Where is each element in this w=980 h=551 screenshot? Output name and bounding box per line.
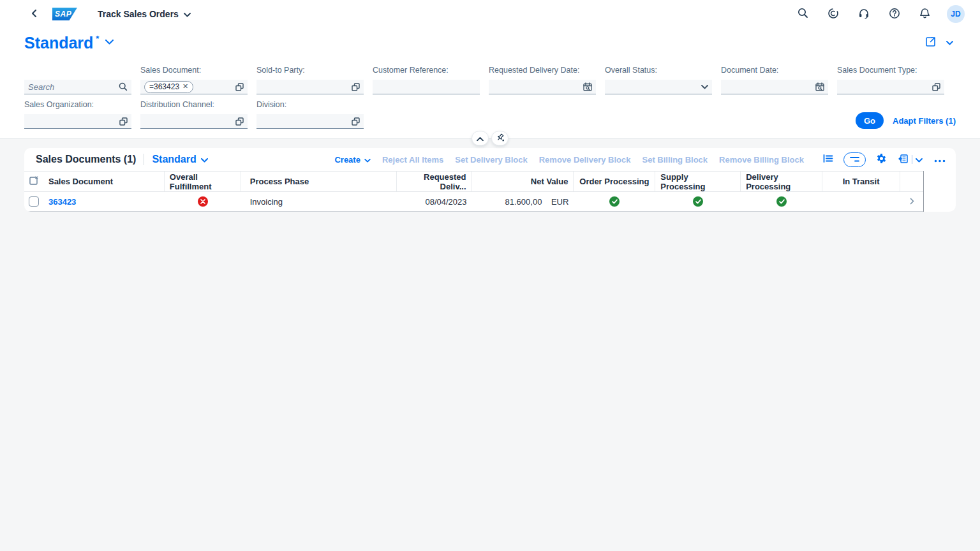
value-help-icon[interactable] (119, 117, 128, 126)
chevron-down-icon (105, 34, 114, 47)
column-header-supply-processing[interactable]: Supply Processing (655, 172, 741, 191)
headset-icon (858, 8, 870, 21)
field-label: Document Date: (721, 66, 828, 77)
adapt-filters-button[interactable]: Adapt Filters (1) (893, 116, 956, 126)
success-status-icon (693, 196, 703, 207)
filter-token[interactable]: =363423 ✕ (144, 81, 193, 93)
search-icon (798, 8, 808, 20)
remove-billing-block-button[interactable]: Remove Billing Block (719, 155, 804, 165)
sales-organization-input[interactable] (24, 114, 131, 129)
filter-field-sold-to-party: Sold-to Party: (256, 66, 364, 94)
user-avatar[interactable]: JD (947, 5, 965, 23)
value-help-icon[interactable] (235, 117, 244, 126)
requested-delivery-cell: 08/04/2023 (397, 192, 472, 211)
column-header-process-phase[interactable]: Process Phase (241, 172, 397, 191)
requested-delivery-date-input[interactable] (489, 80, 596, 94)
clear-selection-button[interactable] (29, 176, 38, 187)
remove-delivery-block-button[interactable]: Remove Delivery Block (539, 155, 631, 165)
column-header-requested-delivery[interactable]: Requested Deliv... (397, 172, 472, 191)
column-header-delivery-processing[interactable]: Delivery Processing (741, 172, 822, 191)
sales-document-input[interactable]: =363423 ✕ (140, 80, 248, 94)
process-phase-cell: Invoicing (241, 192, 397, 211)
document-date-input[interactable] (721, 80, 828, 94)
date-picker-icon[interactable] (583, 82, 592, 91)
value-help-icon[interactable] (932, 83, 940, 91)
hide-details-button[interactable] (843, 152, 866, 167)
pin-header-button[interactable] (491, 131, 509, 145)
filter-field-sales-document-type: Sales Document Type: (837, 66, 944, 94)
table-variant-management[interactable]: Standard (152, 154, 207, 165)
token-text: =363423 (149, 82, 179, 91)
back-button[interactable] (28, 6, 40, 22)
table-toolbar: Sales Documents (1) Standard Create Reje… (24, 148, 956, 171)
set-billing-block-button[interactable]: Set Billing Block (642, 155, 708, 165)
sales-document-type-input[interactable] (837, 80, 944, 94)
value-help-icon[interactable] (352, 83, 360, 91)
error-status-icon (198, 196, 208, 207)
question-mark-icon (889, 8, 900, 21)
variant-management[interactable]: Standard * (24, 34, 114, 52)
overall-status-select[interactable] (605, 80, 712, 94)
split-separator (912, 155, 912, 164)
table-row[interactable]: 363423 Invoicing 08/04/2023 81.600,00 EU… (24, 192, 923, 212)
show-details-button[interactable] (822, 153, 835, 166)
filter-field-division: Division: (256, 100, 364, 129)
copilot-button[interactable] (825, 5, 842, 24)
sap-logo[interactable]: SAP (52, 8, 77, 20)
export-button[interactable] (897, 152, 924, 167)
support-button[interactable] (856, 5, 872, 24)
collapse-header-button[interactable] (471, 131, 489, 145)
search-input[interactable]: Search (24, 80, 131, 94)
sold-to-party-input[interactable] (256, 80, 364, 94)
notifications-button[interactable] (917, 5, 933, 24)
row-navigation-chevron-icon[interactable] (910, 197, 914, 207)
bell-icon (919, 8, 930, 21)
app-title-menu[interactable]: Track Sales Orders (98, 8, 191, 20)
chevron-down-icon (184, 8, 191, 20)
column-header-net-value[interactable]: Net Value (472, 172, 574, 191)
show-details-icon (823, 154, 833, 165)
filter-field-overall-status: Overall Status: (605, 66, 712, 94)
field-label: Sold-to Party: (256, 66, 364, 77)
customer-reference-input[interactable] (373, 80, 480, 94)
success-status-icon (609, 196, 620, 207)
table-title: Sales Documents (1) (36, 154, 136, 165)
row-checkbox[interactable] (29, 196, 39, 207)
sales-documents-table: Sales Document Overall Fulfillment Proce… (24, 171, 924, 212)
date-picker-icon[interactable] (815, 82, 824, 91)
share-menu-button[interactable] (944, 35, 956, 50)
value-help-icon[interactable] (235, 83, 244, 91)
sales-document-link[interactable]: 363423 (48, 197, 76, 207)
help-button[interactable] (886, 5, 903, 24)
column-header-overall-fulfillment[interactable]: Overall Fulfillment (165, 172, 241, 191)
search-button[interactable] (795, 5, 811, 23)
division-input[interactable] (256, 114, 364, 129)
variant-dirty-indicator: * (96, 34, 99, 43)
set-delivery-block-button[interactable]: Set Delivery Block (455, 155, 527, 165)
field-label: Sales Organization: (24, 100, 131, 111)
share-button[interactable] (923, 34, 939, 52)
filter-field-search: . Search (24, 66, 131, 94)
column-header-sales-document[interactable]: Sales Document (43, 172, 165, 191)
distribution-channel-input[interactable] (140, 114, 248, 129)
copilot-spiral-icon (828, 8, 839, 21)
clear-selection-icon (29, 176, 38, 187)
column-header-order-processing[interactable]: Order Processing (574, 172, 655, 191)
reject-all-items-button[interactable]: Reject All Items (382, 155, 443, 165)
column-header-in-transit[interactable]: In Transit (822, 172, 900, 191)
filter-field-sales-organization: Sales Organization: (24, 100, 131, 129)
value-help-icon[interactable] (352, 117, 360, 126)
table-settings-button[interactable] (875, 152, 888, 167)
chevron-up-icon (477, 133, 484, 143)
go-button[interactable]: Go (856, 112, 884, 129)
token-close-icon[interactable]: ✕ (182, 82, 188, 91)
shell-bar: SAP Track Sales Orders (0, 0, 980, 28)
net-value-amount: 81.600,00 (505, 197, 542, 207)
create-button[interactable]: Create (334, 155, 370, 165)
field-label: Sales Document: (140, 66, 248, 77)
search-icon[interactable] (119, 82, 128, 91)
overflow-menu-button[interactable] (933, 154, 947, 166)
field-label: Sales Document Type: (837, 66, 944, 77)
page-title: Standard (24, 34, 93, 52)
field-label: Division: (256, 100, 364, 111)
